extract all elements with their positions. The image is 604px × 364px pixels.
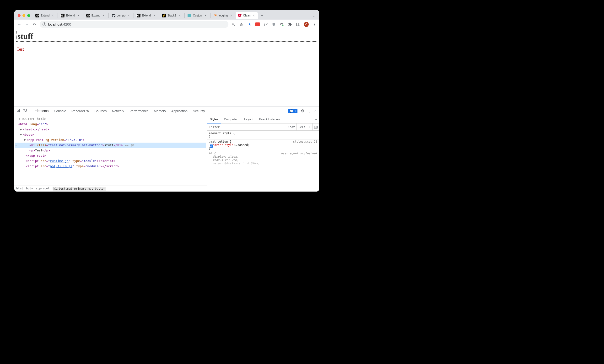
- dom-node[interactable]: ▼<body>: [15, 132, 206, 137]
- dom-node[interactable]: <html lang="en">: [15, 122, 206, 127]
- dom-node[interactable]: ▶<head>…</head>: [15, 127, 206, 132]
- rule-selector: element.style {: [209, 132, 317, 135]
- browser-tab[interactable]: compo ×: [110, 12, 133, 19]
- tab-title: StackB: [167, 14, 176, 17]
- styles-tabs: Styles Computed Layout Event Listeners »: [207, 115, 319, 124]
- styles-filter-input[interactable]: [207, 126, 286, 129]
- extension-icon[interactable]: [255, 22, 260, 27]
- close-icon[interactable]: ✕: [314, 109, 317, 113]
- cls-toggle[interactable]: .cls: [297, 124, 307, 130]
- close-icon[interactable]: ×: [152, 14, 156, 17]
- browser-tab[interactable]: Custon ×: [186, 12, 209, 19]
- styles-rules[interactable]: element.style { } styles.scss:11 .mat-bu…: [207, 131, 319, 191]
- devtools-tab-console[interactable]: Console: [53, 107, 66, 115]
- extension-icon[interactable]: ƒ?: [263, 22, 268, 27]
- more-tabs-icon[interactable]: »: [313, 117, 319, 121]
- menu-icon[interactable]: ⋮: [312, 22, 317, 27]
- browser-tab[interactable]: DEV Extend ×: [135, 12, 158, 19]
- browser-tab[interactable]: DEV Extend ×: [33, 12, 57, 19]
- browser-tab[interactable]: ⚡ StackB ×: [160, 12, 184, 19]
- styles-tab-eventlisteners[interactable]: Event Listeners: [256, 116, 283, 123]
- toggle-sidebar-icon[interactable]: [312, 124, 319, 130]
- close-icon[interactable]: ×: [51, 14, 55, 17]
- device-toggle-icon[interactable]: [23, 109, 27, 113]
- property-toggle[interactable]: [210, 145, 213, 148]
- tab-title: Extend: [142, 14, 151, 17]
- close-icon[interactable]: ×: [203, 14, 207, 17]
- styles-tab-computed[interactable]: Computed: [221, 116, 241, 123]
- devtools-tab-sources[interactable]: Sources: [94, 107, 107, 115]
- devtools-tab-memory[interactable]: Memory: [153, 107, 166, 115]
- hov-toggle[interactable]: :hov: [286, 124, 297, 130]
- minimize-icon[interactable]: [23, 14, 25, 17]
- style-rule-ua[interactable]: user agent stylesheet h1 { display: bloc…: [207, 151, 319, 166]
- bookmark-icon[interactable]: ★: [247, 22, 252, 27]
- devtools-tab-recorder[interactable]: Recorder ⚗: [71, 107, 90, 115]
- dom-node[interactable]: ▼<app-root ng-version="13.3.10">: [15, 137, 206, 143]
- crumb[interactable]: html: [16, 187, 23, 191]
- dom-node[interactable]: <script src="polyfills.js" type="module"…: [15, 163, 206, 169]
- dom-node[interactable]: <!DOCTYPE html>: [18, 117, 46, 121]
- back-button[interactable]: ←: [17, 22, 22, 27]
- styles-tab-styles[interactable]: Styles: [207, 116, 221, 124]
- devtools-tab-application[interactable]: Application: [171, 107, 188, 115]
- dom-node-selected[interactable]: ⋯ <h1 class="test mat-primary mat-button…: [15, 143, 206, 148]
- gear-icon[interactable]: ⚙: [301, 108, 304, 113]
- browser-tab-active[interactable]: Clean ×: [236, 12, 258, 19]
- inspect-element-icon[interactable]: [17, 109, 21, 113]
- crumb[interactable]: body: [26, 187, 33, 191]
- page-paragraph: Test: [17, 47, 317, 52]
- style-rule[interactable]: element.style { }: [207, 131, 319, 139]
- extensions-menu-icon[interactable]: [288, 22, 292, 27]
- styles-filter-bar: :hov .cls +: [207, 124, 319, 131]
- menu-icon[interactable]: ⋮: [308, 109, 311, 113]
- add-property-icon[interactable]: +: [315, 147, 317, 151]
- new-style-button[interactable]: +: [307, 124, 312, 130]
- share-icon[interactable]: [239, 22, 244, 27]
- browser-tab[interactable]: logging ×: [212, 12, 235, 19]
- devtools-toolbar-right: 💬 1 ⚙ ⋮ ✕: [288, 108, 317, 113]
- maximize-icon[interactable]: [27, 14, 30, 17]
- dom-node[interactable]: <p>Test</p>: [15, 148, 206, 153]
- browser-tab[interactable]: DEV Extend ×: [84, 12, 108, 19]
- tab-list-dropdown[interactable]: ⌄: [313, 14, 315, 17]
- address-input[interactable]: i localhost:4200: [40, 21, 228, 28]
- devtools-tab-elements[interactable]: Elements: [34, 107, 49, 115]
- angular-icon: [238, 14, 241, 17]
- tab-title: Custon: [193, 14, 202, 17]
- devtools-tab-network[interactable]: Network: [112, 107, 125, 115]
- tab-title: Clean: [243, 14, 250, 17]
- rule-source-link[interactable]: styles.scss:11: [293, 140, 317, 143]
- extension-icon[interactable]: [279, 22, 284, 27]
- dom-tree[interactable]: <!DOCTYPE html> <html lang="en"> ▶<head>…: [14, 115, 207, 186]
- issues-badge[interactable]: 💬 1: [288, 109, 297, 113]
- site-info-icon[interactable]: i: [42, 23, 46, 26]
- profile-avatar[interactable]: O: [304, 22, 309, 27]
- dom-node[interactable]: </app-root>: [15, 153, 206, 158]
- style-rule[interactable]: styles.scss:11 .mat-button { border-styl…: [207, 139, 319, 151]
- expand-icon[interactable]: ▶: [235, 144, 238, 146]
- browser-tab[interactable]: DEV Extend ×: [59, 12, 82, 19]
- zoom-icon[interactable]: [231, 22, 236, 27]
- close-icon[interactable]: ×: [76, 14, 80, 17]
- close-icon[interactable]: ×: [252, 14, 256, 17]
- dom-node[interactable]: <script src="runtime.js" type="module"><…: [15, 158, 206, 163]
- side-panel-icon[interactable]: [296, 22, 301, 27]
- forward-button[interactable]: →: [24, 22, 30, 27]
- new-tab-button[interactable]: +: [259, 13, 265, 18]
- close-icon[interactable]: ×: [178, 14, 182, 17]
- tab-separator: [134, 13, 134, 18]
- devtools-tab-security[interactable]: Security: [192, 107, 205, 115]
- extension-shield-icon[interactable]: [271, 22, 276, 27]
- devtools-tab-performance[interactable]: Performance: [129, 107, 149, 115]
- style-property[interactable]: border-style:▶dashed;: [209, 143, 317, 147]
- crumb-active[interactable]: h1.test.mat-primary.mat-button: [52, 187, 106, 191]
- crumb[interactable]: app-root: [36, 187, 50, 191]
- close-icon[interactable]: ×: [127, 14, 131, 17]
- styles-tab-layout[interactable]: Layout: [241, 116, 256, 123]
- tab-title: logging: [219, 14, 228, 17]
- close-icon[interactable]: ×: [229, 14, 233, 17]
- close-icon[interactable]: ×: [102, 14, 106, 17]
- close-icon[interactable]: [18, 14, 21, 17]
- reload-button[interactable]: ⟳: [32, 22, 37, 27]
